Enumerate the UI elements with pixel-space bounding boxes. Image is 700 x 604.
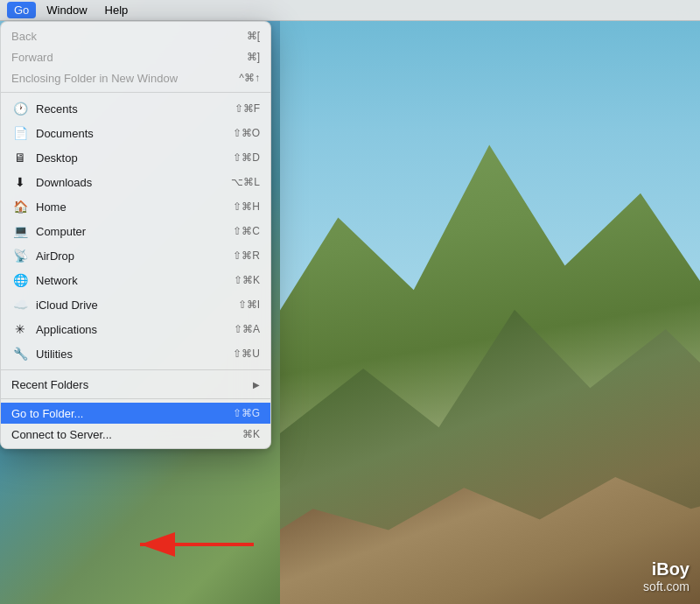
go-menu-dropdown: Back ⌘[ Forward ⌘] Enclosing Folder in N…	[0, 21, 271, 449]
menu-item-back[interactable]: Back ⌘[	[1, 25, 270, 46]
watermark-iboy: iBoy	[652, 559, 690, 579]
menu-item-utilities[interactable]: 🔧 Utilities ⇧⌘U	[1, 341, 270, 366]
recents-icon: 🕐	[11, 100, 29, 117]
menubar: Go Window Help	[0, 0, 700, 21]
downloads-icon: ⬇	[11, 173, 29, 191]
applications-icon: ✳	[11, 320, 29, 338]
menu-item-computer[interactable]: 💻 Computer ⇧⌘C	[1, 219, 270, 243]
menu-item-recents[interactable]: 🕐 Recents ⇧⌘F	[1, 96, 270, 121]
documents-icon: 📄	[11, 124, 29, 142]
menubar-window[interactable]: Window	[39, 2, 94, 18]
menu-item-network[interactable]: 🌐 Network ⇧⌘K	[1, 268, 270, 292]
menu-item-documents[interactable]: 📄 Documents ⇧⌘O	[1, 121, 270, 145]
watermark-soft: soft.com	[643, 579, 690, 593]
menu-item-desktop[interactable]: 🖥 Desktop ⇧⌘D	[1, 145, 270, 170]
separator-1	[1, 92, 270, 93]
desktop-icon: 🖥	[11, 149, 29, 166]
menu-item-recent-folders[interactable]: Recent Folders	[1, 374, 270, 395]
network-icon: 🌐	[11, 271, 29, 289]
home-icon: 🏠	[11, 198, 29, 215]
menu-item-connect-server[interactable]: Connect to Server... ⌘K	[1, 424, 270, 445]
airdrop-icon: 📡	[11, 247, 29, 264]
computer-icon: 💻	[11, 222, 29, 240]
separator-2	[1, 369, 270, 370]
menu-item-airdrop[interactable]: 📡 AirDrop ⇧⌘R	[1, 243, 270, 268]
separator-3	[1, 398, 270, 399]
menubar-help[interactable]: Help	[98, 2, 136, 18]
menu-item-goto-folder[interactable]: Go to Folder... ⇧⌘G	[1, 403, 270, 424]
menu-item-icloud[interactable]: ☁️ iCloud Drive ⇧⌘I	[1, 292, 270, 317]
menu-item-forward[interactable]: Forward ⌘]	[1, 46, 270, 67]
menubar-go[interactable]: Go	[7, 2, 36, 18]
watermark: iBoy soft.com	[643, 559, 690, 593]
mountain-scene	[280, 0, 700, 604]
menu-item-home[interactable]: 🏠 Home ⇧⌘H	[1, 194, 270, 219]
menu-item-enclosing[interactable]: Enclosing Folder in New Window ^⌘↑	[1, 67, 270, 88]
menu-item-applications[interactable]: ✳ Applications ⇧⌘A	[1, 317, 270, 341]
menu-item-downloads[interactable]: ⬇ Downloads ⌥⌘L	[1, 170, 270, 194]
icloud-icon: ☁️	[11, 296, 29, 313]
utilities-icon: 🔧	[11, 345, 29, 362]
